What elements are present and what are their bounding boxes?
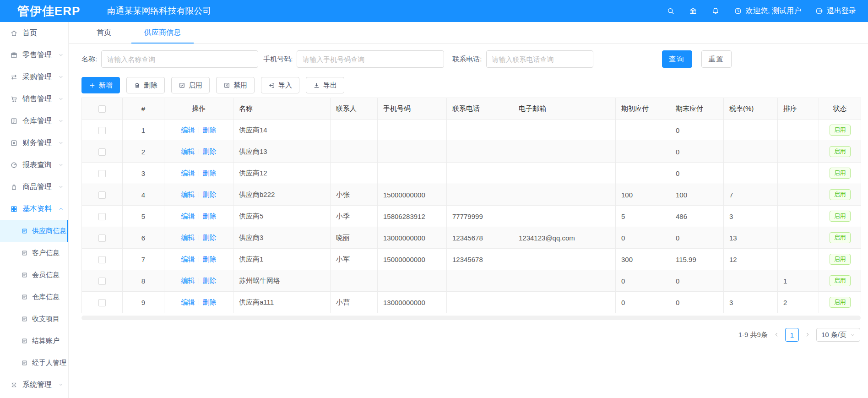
logout-icon <box>815 7 824 16</box>
cell-index: 2 <box>123 141 164 163</box>
cell-tax_rate: 13 <box>724 227 778 249</box>
cell-actions: 编辑删除 <box>164 270 233 292</box>
edit-link[interactable]: 编辑 <box>181 234 195 241</box>
chevron-up-icon <box>58 206 64 212</box>
row-checkbox[interactable] <box>98 213 106 220</box>
edit-link[interactable]: 编辑 <box>181 126 195 134</box>
status-badge: 启用 <box>830 125 851 136</box>
tab-label: 首页 <box>97 28 111 38</box>
sidebar-item-member[interactable]: 会员信息 <box>0 264 68 286</box>
delete-link[interactable]: 删除 <box>203 277 217 284</box>
chevron-left-icon[interactable] <box>773 332 780 338</box>
bell-icon[interactable] <box>711 7 720 16</box>
edit-link[interactable]: 编辑 <box>181 298 195 306</box>
edit-link[interactable]: 编辑 <box>181 277 195 284</box>
tab-home[interactable]: 首页 <box>80 22 128 43</box>
query-button[interactable]: 查询 <box>662 50 692 68</box>
cell-index: 6 <box>123 227 164 249</box>
delete-button[interactable]: 删除 <box>126 77 165 93</box>
system-icon <box>10 381 18 389</box>
select-all-checkbox[interactable] <box>98 105 106 113</box>
sidebar-item-basic[interactable]: 基本资料 <box>0 198 68 220</box>
row-checkbox[interactable] <box>98 278 106 285</box>
edit-link[interactable]: 编辑 <box>181 191 195 198</box>
add-button[interactable]: 新增 <box>81 77 120 93</box>
page-size-select[interactable]: 10 条/页 <box>816 328 860 342</box>
pagination: 1-9 共9条 1 10 条/页 <box>69 328 860 342</box>
delete-link[interactable]: 删除 <box>203 212 217 220</box>
sidebar-item-warehouse[interactable]: 仓库管理 <box>0 110 68 132</box>
sidebar-item-supplier[interactable]: 供应商信息 <box>0 220 68 242</box>
cell-email <box>513 141 616 163</box>
delete-link[interactable]: 删除 <box>203 234 217 241</box>
cell-telephone <box>447 141 513 163</box>
edit-link[interactable]: 编辑 <box>181 147 195 155</box>
doc-icon <box>21 316 28 322</box>
phone-search-input[interactable] <box>297 50 444 68</box>
cell-phone <box>378 163 447 184</box>
sidebar-item-report[interactable]: 报表查询 <box>0 154 68 176</box>
row-checkbox[interactable] <box>98 170 106 177</box>
user-welcome[interactable]: 欢迎您, 测试用户 <box>734 6 801 16</box>
import-button[interactable]: 导入 <box>261 77 299 93</box>
cell-phone: 15000000000 <box>378 249 447 270</box>
cell-begin_payable: 100 <box>616 184 670 206</box>
page-number-button[interactable]: 1 <box>785 328 799 342</box>
edit-link[interactable]: 编辑 <box>181 255 195 263</box>
cell-actions: 编辑删除 <box>164 163 233 184</box>
name-search-input[interactable] <box>101 50 258 68</box>
sidebar-item-finance[interactable]: 财务管理 <box>0 132 68 154</box>
cell-sort <box>778 141 819 163</box>
sidebar-subitem-label: 仓库信息 <box>32 293 64 301</box>
logout-button[interactable]: 退出登录 <box>815 6 856 16</box>
telephone-search-input[interactable] <box>486 50 593 68</box>
sidebar-item-depot[interactable]: 仓库信息 <box>0 286 68 308</box>
sidebar-item-label: 报表查询 <box>22 160 58 170</box>
row-checkbox[interactable] <box>98 234 106 242</box>
row-checkbox[interactable] <box>98 148 106 156</box>
reset-button[interactable]: 重置 <box>701 50 732 68</box>
search-icon[interactable] <box>667 7 675 16</box>
delete-link[interactable]: 删除 <box>203 169 217 177</box>
row-checkbox[interactable] <box>98 191 106 199</box>
sidebar-item-handler[interactable]: 经手人管理 <box>0 352 68 374</box>
row-select-cell <box>82 270 123 292</box>
delete-link[interactable]: 删除 <box>203 126 217 134</box>
tab-supplier-info[interactable]: 供应商信息 <box>128 22 197 43</box>
cell-end_payable: 115.99 <box>670 249 724 270</box>
sidebar-item-label: 仓库管理 <box>22 116 58 126</box>
sidebar-item-retail[interactable]: 零售管理 <box>0 44 68 66</box>
horizontal-scrollbar[interactable] <box>81 316 861 320</box>
table-row: 8编辑删除苏州蜗牛网络001启用 <box>82 270 861 292</box>
edit-link[interactable]: 编辑 <box>181 212 195 220</box>
chevron-right-icon[interactable] <box>804 332 811 338</box>
bank-icon[interactable] <box>689 7 698 16</box>
sidebar-item-sales[interactable]: 销售管理 <box>0 88 68 110</box>
row-checkbox[interactable] <box>98 256 106 263</box>
edit-link[interactable]: 编辑 <box>181 169 195 177</box>
delete-link[interactable]: 删除 <box>203 298 217 306</box>
delete-link[interactable]: 删除 <box>203 191 217 198</box>
delete-link[interactable]: 删除 <box>203 147 217 155</box>
toolbar-button-label: 删除 <box>144 81 157 90</box>
enable-button[interactable]: 启用 <box>171 77 210 93</box>
sidebar-item-home[interactable]: 首页 <box>0 22 68 44</box>
row-checkbox[interactable] <box>98 299 106 306</box>
delete-link[interactable]: 删除 <box>203 255 217 263</box>
row-checkbox[interactable] <box>98 127 106 134</box>
cell-tax_rate <box>724 270 778 292</box>
sidebar-item-label: 财务管理 <box>22 138 58 148</box>
sidebar-item-goods[interactable]: 商品管理 <box>0 176 68 198</box>
export-button[interactable]: 导出 <box>306 77 344 93</box>
sidebar-item-inout-item[interactable]: 收支项目 <box>0 308 68 330</box>
disable-button[interactable]: 禁用 <box>216 77 255 93</box>
cell-tax_rate <box>724 120 778 141</box>
cell-email <box>513 163 616 184</box>
sidebar-item-account[interactable]: 结算账户 <box>0 330 68 352</box>
sidebar-item-system[interactable]: 系统管理 <box>0 374 68 396</box>
sidebar-item-purchase[interactable]: 采购管理 <box>0 66 68 88</box>
cell-end_payable: 0 <box>670 163 724 184</box>
cell-actions: 编辑删除 <box>164 141 233 163</box>
sidebar-item-customer[interactable]: 客户信息 <box>0 242 68 264</box>
cell-contact: 晓丽 <box>331 227 378 249</box>
